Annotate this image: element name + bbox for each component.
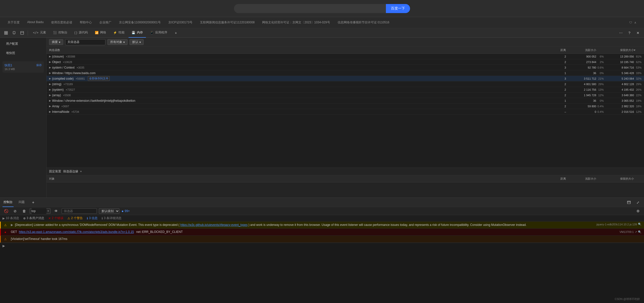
row-shallow-pct: 0.4% [596,110,604,113]
errors-toggle[interactable]: ✕ 2 个错误 [48,216,63,220]
tab-console[interactable]: ⬛ 控制台 [50,28,70,38]
ret-col-object[interactable]: 对象 [49,177,546,181]
nav-link-about[interactable]: 关于百度 [8,20,20,25]
error-count: 2 个错误 [52,216,63,220]
expand-arrow-icon[interactable]: ▶ [49,77,51,80]
expand-all-btn[interactable]: ▶ 10 条消息 [3,216,19,220]
table-row[interactable]: ▶ (compiled code) ×56881 全部保存到文件 3 3 511… [47,76,644,81]
deprecation-message-content: ▶ [Deprecation] Listener added for a syn… [11,223,592,227]
add-tab-btn[interactable]: + [30,199,37,206]
table-row[interactable]: ▶ InternalNode ×5734 – 0 0.4% 2 016 516 … [47,109,644,115]
link-icon[interactable]: ↗ [635,230,637,234]
snapshot-item[interactable]: 快照1 16.3 MB 保存 [3,61,44,73]
console-trash-btn[interactable]: 🗑 [21,208,28,215]
expand-arrow-icon[interactable]: ▶ [49,83,51,85]
user-messages-toggle[interactable]: ⊕ 3 条用户消息 [23,216,44,220]
summary-btn[interactable]: 摘要 ▾ [49,39,63,45]
nav-link-terms[interactable]: 使用百度前必读 [51,20,72,25]
error-url-link[interactable]: https://s3.ap-east-1.amazonaws.com/stati… [19,230,134,234]
sidebar-user-config[interactable]: 用户配置 [4,41,42,47]
expand-arrow-icon[interactable]: ▶ [49,72,51,74]
table-row[interactable]: ▶ (system) ×73527 2 2 116 756 13% 4 195 … [47,87,644,92]
expand-arrow-icon[interactable]: ▶ [49,61,51,63]
table-row[interactable]: ▶ Window / chrome-extension://aekfeebhjl… [47,98,644,104]
memory-sidebar: 用户配置 堆快照 快照1 16.3 MB 保存 [0,38,47,197]
warnings-toggle[interactable]: ⚠ 2 个警告 [67,216,83,220]
search-icon[interactable]: 🔍 [638,230,641,234]
col-header-constructor[interactable]: 构造函数 [49,48,546,52]
expand-arrow-icon[interactable]: ▶ [49,99,51,102]
table-row[interactable]: ▶ (array) ×5508 2 1 945 728 12% 3 648 38… [47,92,644,98]
close-devtools-btn[interactable]: ✕ [634,29,641,36]
message-filter-input[interactable] [62,208,97,214]
console-settings-btn[interactable]: ⚙ [634,208,641,215]
address-input[interactable] [238,7,386,10]
deprecation-source[interactable]: jquery-1-edb203c114.10.2.js:139 🔍 [596,223,641,226]
tab-sources[interactable]: { } 源代码 [71,28,91,38]
ret-col-retained[interactable]: 保留的大小 [604,177,634,181]
vm-source-label[interactable]: VM13709:1 [620,230,634,233]
context-dropdown-icon[interactable]: ▾ [48,210,49,212]
table-row[interactable]: ▶ Window / https://www.baidu.com 1 36 0%… [47,70,644,76]
deprecation-link[interactable]: https://w3c.github.io/uievents/#legacy-e… [180,223,248,227]
info-toggle[interactable]: ℹ 3 信息 [87,216,98,220]
expand-toggle[interactable]: ▶ [11,223,13,227]
expand-arrow-icon[interactable]: ▶ [49,66,51,69]
tab-elements[interactable]: </> 元素 [30,28,49,38]
expand-icon[interactable]: ∧ [634,21,636,24]
all-objects-btn[interactable]: 所有对象 ▾ [107,39,128,45]
tab-application[interactable]: 📱 应用程序 [147,28,170,38]
tab-performance[interactable]: ⚡ 性能 [110,28,128,38]
eye-toggle-btn[interactable]: 👁 [53,208,60,215]
expand-arrow-icon[interactable]: ▶ [49,55,51,58]
clear-console-btn[interactable]: 🚫 [3,208,10,215]
nav-link-help[interactable]: 帮助中心 [80,20,92,25]
more-options-btn[interactable]: ⋯ [617,29,624,36]
ret-col-distance[interactable]: 距离 [546,177,566,181]
col-header-distance[interactable]: 距离 [546,48,566,52]
console-expand-btn[interactable]: ⤢ [634,199,641,206]
console-filter-btn[interactable]: ⊘ [12,208,19,215]
panel-layout-btn[interactable] [19,29,26,36]
inspect-icon-btn[interactable] [3,29,10,36]
table-row[interactable]: ▶ (string) ×73189 2 4 801 580 29% 4 802 … [47,81,644,87]
expand-arrow-icon[interactable]: ▶ [49,94,51,96]
expand-arrow-icon[interactable]: ▶ [49,110,51,113]
save-to-file-btn[interactable]: 全部保存到文件 [88,76,110,81]
constructor-filter-input[interactable] [65,39,105,45]
tab-memory[interactable]: 💾 内存 [129,28,146,38]
sort-desc-icon[interactable]: ▾ [634,48,635,52]
address-bar[interactable] [234,4,386,13]
snapshot-save-btn[interactable]: 保存 [36,63,42,67]
filter-edge-dropdown-icon[interactable]: ▾ [80,170,82,173]
ret-col-shallow[interactable]: 浅影大小 [566,177,596,181]
tab-console-bottom[interactable]: 控制台 [3,198,14,207]
default-btn[interactable]: 默认 ▾ [130,39,144,45]
context-filter-input[interactable] [31,208,47,214]
row-count: ×10628 [63,61,72,64]
console-input[interactable] [7,244,641,248]
col-header-shallow[interactable]: 浅影大小 [566,48,596,52]
sidebar-heap-snapshot[interactable]: 堆快照 [4,50,42,56]
nav-link-about-en[interactable]: About Baidu [27,20,44,25]
table-row[interactable]: ▶ system / Context ×3035 3 92 780 0.6% 8… [47,65,644,70]
verbose-toggle[interactable]: ℹ 3 条详细消息 [102,216,122,220]
device-toggle-btn[interactable] [11,29,18,36]
table-row[interactable]: ▶ (closure) ×30388 2 900 052 6% 13 289 0… [47,54,644,59]
col-header-retained[interactable]: 保留的大小 [604,48,634,52]
table-row[interactable]: ▶ Object ×10628 2 273 844 2% 10 195 740 … [47,59,644,65]
more-tabs-btn[interactable]: + [172,29,179,36]
expand-arrow-icon[interactable]: ▶ [49,88,51,91]
log-level-select[interactable]: 默认级别 详细 信息 警告 错误 [99,208,119,214]
table-row[interactable]: ▶ Array ×3697 2 59 800 0.4% 2 882 320 18… [47,104,644,109]
help-btn[interactable]: ? [626,29,633,36]
retention-toolbar: 固定装置 筛选器边缘 ▾ [47,168,644,175]
search-in-panel-icon[interactable]: 🔍 [638,223,641,226]
search-button[interactable]: 百度一下 [386,4,410,13]
expand-arrow-icon[interactable]: ▶ [49,105,51,108]
tab-network[interactable]: 📶 网络 [92,28,109,38]
tab-issues[interactable]: 问题 [18,198,26,207]
console-dock-btn[interactable] [625,199,632,206]
sources-icon: { } [74,31,77,34]
nav-link-promo[interactable]: 企业推广 [99,20,111,25]
